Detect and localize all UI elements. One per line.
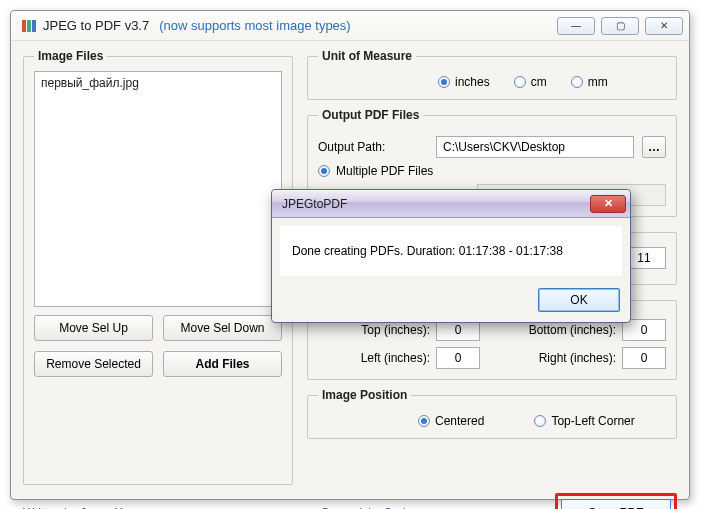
dialog-title: JPEGtoPDF <box>282 197 347 211</box>
radio-icon <box>571 76 583 88</box>
centered-label: Centered <box>435 414 484 428</box>
browse-button[interactable]: … <box>642 136 666 158</box>
unit-mm-label: mm <box>588 75 608 89</box>
dialog-close-button[interactable]: ✕ <box>590 195 626 213</box>
left-column: Image Files первый_файл.jpg Move Sel Up … <box>23 49 293 493</box>
unit-inches-radio[interactable]: inches <box>438 75 490 89</box>
remove-selected-button[interactable]: Remove Selected <box>34 351 153 377</box>
footer: Written by Jesse Yeager www.CompulsiveCo… <box>23 493 677 509</box>
file-list[interactable]: первый_файл.jpg <box>34 71 282 307</box>
radio-icon <box>318 165 330 177</box>
multiple-pdf-radio[interactable]: Multiple PDF Files <box>336 164 433 178</box>
window-title: JPEG to PDF v3.7 <box>43 18 149 33</box>
image-files-legend: Image Files <box>34 49 107 63</box>
radio-icon <box>514 76 526 88</box>
image-position-legend: Image Position <box>318 388 411 402</box>
radio-icon <box>438 76 450 88</box>
done-dialog: JPEGtoPDF ✕ Done creating PDFs. Duration… <box>271 189 631 323</box>
unit-of-measure-group: Unit of Measure inches cm mm <box>307 49 677 100</box>
unit-inches-label: inches <box>455 75 490 89</box>
maximize-button[interactable]: ▢ <box>601 17 639 35</box>
titlebar: JPEG to PDF v3.7 (now supports most imag… <box>11 11 689 41</box>
file-buttons: Move Sel Up Move Sel Down Remove Selecte… <box>34 307 282 377</box>
image-files-group: Image Files первый_файл.jpg Move Sel Up … <box>23 49 293 485</box>
margin-right-label: Right (inches): <box>516 351 616 365</box>
svg-rect-0 <box>22 20 26 32</box>
save-pdf-button[interactable]: Save PDF <box>561 499 671 509</box>
window-subtitle: (now supports most image types) <box>159 18 350 33</box>
dialog-ok-button[interactable]: OK <box>538 288 620 312</box>
image-position-group: Image Position Centered Top-Left Corner <box>307 388 677 439</box>
close-button[interactable]: ✕ <box>645 17 683 35</box>
main-window: JPEG to PDF v3.7 (now supports most imag… <box>10 10 690 500</box>
save-highlight: Save PDF <box>555 493 677 509</box>
app-icon <box>21 18 37 34</box>
list-item[interactable]: первый_файл.jpg <box>41 76 275 90</box>
minimize-button[interactable]: — <box>557 17 595 35</box>
unit-cm-radio[interactable]: cm <box>514 75 547 89</box>
margin-top-label: Top (inches): <box>330 323 430 337</box>
topleft-label: Top-Left Corner <box>551 414 634 428</box>
dialog-message: Done creating PDFs. Duration: 01:17:38 -… <box>292 244 563 258</box>
move-up-button[interactable]: Move Sel Up <box>34 315 153 341</box>
dialog-body: Done creating PDFs. Duration: 01:17:38 -… <box>280 226 622 276</box>
output-path-label: Output Path: <box>318 140 428 154</box>
margin-bottom-label: Bottom (inches): <box>516 323 616 337</box>
margin-left-input[interactable] <box>436 347 480 369</box>
dialog-footer: OK <box>272 284 630 322</box>
unit-cm-label: cm <box>531 75 547 89</box>
radio-icon <box>534 415 546 427</box>
radio-icon <box>418 415 430 427</box>
centered-radio[interactable]: Centered <box>418 414 484 428</box>
svg-rect-1 <box>27 20 31 32</box>
output-path-input[interactable] <box>436 136 634 158</box>
close-icon: ✕ <box>604 197 613 210</box>
unit-mm-radio[interactable]: mm <box>571 75 608 89</box>
add-files-button[interactable]: Add Files <box>163 351 282 377</box>
move-down-button[interactable]: Move Sel Down <box>163 315 282 341</box>
unit-legend: Unit of Measure <box>318 49 416 63</box>
dialog-titlebar: JPEGtoPDF ✕ <box>272 190 630 218</box>
margin-right-input[interactable] <box>622 347 666 369</box>
margin-left-label: Left (inches): <box>330 351 430 365</box>
svg-rect-2 <box>32 20 36 32</box>
output-legend: Output PDF Files <box>318 108 423 122</box>
window-controls: — ▢ ✕ <box>557 17 683 35</box>
topleft-radio[interactable]: Top-Left Corner <box>534 414 634 428</box>
